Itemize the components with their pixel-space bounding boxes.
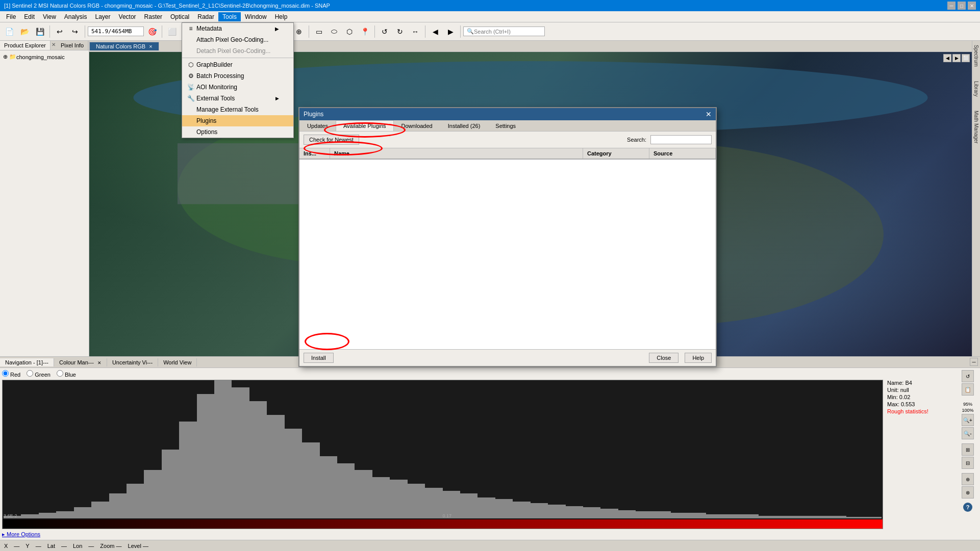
- histogram-bar: [91, 502, 109, 518]
- plugins-close-button[interactable]: ✕: [706, 110, 712, 118]
- menu-item-options[interactable]: Options: [182, 126, 293, 138]
- undo-button[interactable]: ↩: [53, 24, 67, 39]
- status-lat-dash: —: [61, 543, 67, 549]
- bottom-tab-uncertainty[interactable]: Uncertainty Vi---: [107, 358, 158, 366]
- menu-item-attach-pixel[interactable]: Attach Pixel Geo-Coding...: [182, 34, 293, 45]
- plugin-tab-updates[interactable]: Updates: [299, 120, 336, 131]
- draw-pin-button[interactable]: 📍: [358, 24, 372, 39]
- menu-item-metadata[interactable]: ≡ Metadata ▶: [182, 23, 293, 34]
- minimize-button[interactable]: ─: [947, 2, 956, 10]
- plugins-dialog-help-button[interactable]: Help: [685, 353, 712, 363]
- menu-radar[interactable]: Radar: [193, 12, 218, 21]
- radio-blue[interactable]: [57, 370, 63, 377]
- menu-help[interactable]: Help: [271, 12, 292, 21]
- fit-out-button[interactable]: ⊟: [962, 457, 974, 469]
- histogram-bar: [583, 507, 600, 518]
- menu-item-graph-builder[interactable]: ⬡ GraphBuilder: [182, 59, 293, 70]
- rotate-left-button[interactable]: ↺: [378, 24, 392, 39]
- flip-h-button[interactable]: ↔: [408, 24, 422, 39]
- zoom-out-hist-button[interactable]: 🔍-: [962, 427, 974, 439]
- plugin-tab-settings[interactable]: Settings: [488, 120, 523, 131]
- histogram-bar: [74, 507, 91, 518]
- radio-blue-label[interactable]: Blue: [57, 370, 76, 378]
- menu-item-batch-processing[interactable]: ⚙ Batch Processing: [182, 70, 293, 82]
- install-button[interactable]: Install: [304, 353, 334, 363]
- scroll-left-btn[interactable]: ◀: [943, 54, 951, 62]
- colour-man-close[interactable]: ✕: [97, 360, 102, 365]
- nav-next-button[interactable]: ▶: [443, 24, 458, 39]
- toolbar-separator-3: [162, 25, 162, 38]
- search-input[interactable]: [474, 29, 541, 35]
- tool1-button[interactable]: ⬜: [165, 24, 179, 39]
- right-sidebar-spectrum[interactable]: Spectrum: [972, 43, 980, 69]
- zoom-fit-button[interactable]: ⊕: [962, 473, 974, 485]
- redo-button[interactable]: ↪: [68, 24, 82, 39]
- plugins-dialog-close-button[interactable]: Close: [649, 353, 679, 363]
- draw-polygon-button[interactable]: ⬡: [342, 24, 357, 39]
- maximize-button[interactable]: □: [958, 2, 966, 10]
- sidebar-tab-close[interactable]: ✕: [51, 41, 57, 50]
- rotate-right-button[interactable]: ↻: [393, 24, 407, 39]
- histogram-bar: [302, 442, 319, 518]
- menu-tools[interactable]: Tools: [218, 12, 241, 21]
- sidebar-tab-product-explorer[interactable]: Product Explorer: [0, 41, 51, 50]
- plugin-search-input[interactable]: [650, 135, 712, 144]
- check-newest-button[interactable]: Check for Newest: [304, 135, 359, 145]
- zoom-original-button[interactable]: ⊗: [962, 486, 974, 498]
- menu-view[interactable]: View: [39, 12, 60, 21]
- plugin-tab-downloaded[interactable]: Downloaded: [394, 120, 440, 131]
- zoom-all-button[interactable]: ⊕: [292, 24, 306, 39]
- menu-layer[interactable]: Layer: [91, 12, 115, 21]
- right-sidebar-library[interactable]: Library: [972, 79, 980, 99]
- plugin-tab-installed[interactable]: Installed (26): [440, 120, 488, 131]
- th-name: Name: [330, 148, 583, 159]
- scroll-right-btn[interactable]: ▶: [952, 54, 961, 62]
- menu-item-manage-external-tools[interactable]: Manage External Tools: [182, 104, 293, 115]
- menu-file[interactable]: File: [2, 12, 20, 21]
- menu-vector[interactable]: Vector: [115, 12, 140, 21]
- refresh-button[interactable]: ↺: [962, 370, 974, 382]
- external-tools-label: External Tools: [196, 95, 235, 102]
- more-options-link[interactable]: ▸ More Options: [2, 531, 953, 538]
- close-button[interactable]: ✕: [968, 2, 976, 10]
- bottom-collapse-button[interactable]: ─: [970, 358, 978, 366]
- help-icon-btn[interactable]: ?: [963, 503, 972, 512]
- sidebar-tab-pixel-info[interactable]: Pixel Info: [57, 41, 88, 50]
- bottom-tab-colour-man[interactable]: Colour Man--- ✕: [54, 358, 107, 366]
- radio-green-label[interactable]: Green: [27, 370, 51, 378]
- new-button[interactable]: 📄: [2, 24, 16, 39]
- export-button[interactable]: 📋: [962, 383, 974, 396]
- view-tab-close[interactable]: ×: [149, 43, 152, 49]
- menu-window[interactable]: Window: [241, 12, 271, 21]
- tree-expand-btn[interactable]: ⊕ 📁 chongming_mosaic: [2, 53, 87, 61]
- product-name[interactable]: chongming_mosaic: [16, 54, 65, 60]
- radio-green[interactable]: [27, 370, 33, 377]
- nav-prev-button[interactable]: ◀: [428, 24, 442, 39]
- menu-edit[interactable]: Edit: [20, 12, 39, 21]
- menu-raster[interactable]: Raster: [140, 12, 166, 21]
- histogram-canvas: 3.6E-2 0.17: [2, 380, 883, 529]
- menu-item-aoi-monitoring[interactable]: 📡 AOI Monitoring: [182, 82, 293, 93]
- save-button[interactable]: 💾: [33, 24, 47, 39]
- fit-button[interactable]: ⊞: [962, 443, 974, 456]
- right-sidebar-math-manager[interactable]: Math Manager: [972, 109, 980, 145]
- plugin-tab-available[interactable]: Available Plugins: [336, 120, 394, 131]
- menu-optical[interactable]: Optical: [166, 12, 193, 21]
- menu-analysis[interactable]: Analysis: [60, 12, 91, 21]
- histogram-bar: [654, 511, 671, 518]
- bottom-tab-navigation[interactable]: Navigation - [1]---: [0, 358, 54, 366]
- maximize-view-btn[interactable]: ⬜: [962, 54, 970, 62]
- draw-rect-button[interactable]: ▭: [312, 24, 326, 39]
- open-button[interactable]: 📂: [17, 24, 32, 39]
- menu-item-external-tools[interactable]: 🔧 External Tools: [182, 93, 293, 104]
- draw-ellipse-button[interactable]: ⬭: [327, 24, 341, 39]
- coord-action-button[interactable]: 🎯: [145, 24, 159, 39]
- radio-red-label[interactable]: Red: [2, 370, 20, 378]
- menu-item-plugins[interactable]: Plugins: [182, 115, 293, 126]
- bottom-tab-world-view[interactable]: World View: [158, 358, 197, 366]
- toolbar-separator-2: [85, 25, 85, 38]
- zoom-in-hist-button[interactable]: 🔍+: [962, 414, 974, 426]
- toolbar-separator-7: [425, 25, 425, 38]
- radio-red[interactable]: [2, 370, 9, 377]
- view-tab-natural-colors[interactable]: Natural Colors RGB ×: [89, 42, 159, 50]
